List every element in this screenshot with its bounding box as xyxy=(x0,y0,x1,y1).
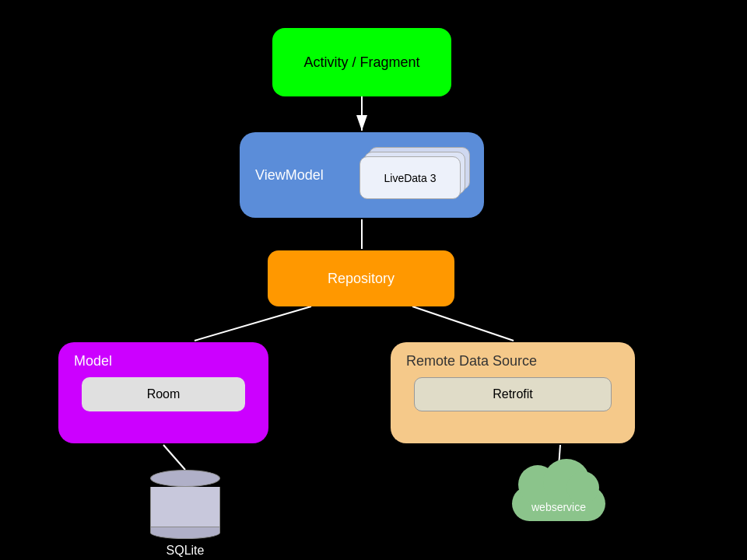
cloud-bump3 xyxy=(566,471,599,504)
remote-data-source-label: Remote Data Source xyxy=(406,353,619,369)
svg-line-2 xyxy=(195,306,311,341)
model-label: Model xyxy=(74,353,253,369)
diagram-container: Activity / Fragment ViewModel LiveData 3… xyxy=(0,0,747,560)
cylinder-body xyxy=(150,487,220,530)
webservice-cloud: webservice xyxy=(504,467,613,521)
retrofit-label: Retrofit xyxy=(493,387,533,401)
sqlite-cylinder: SQLite xyxy=(150,470,220,558)
room-card: Room xyxy=(82,377,245,411)
retrofit-card: Retrofit xyxy=(414,377,612,411)
room-label: Room xyxy=(147,387,181,401)
svg-line-4 xyxy=(163,445,185,470)
activity-fragment-box: Activity / Fragment xyxy=(272,28,451,96)
livedata-stack: LiveData 3 xyxy=(359,147,468,203)
cylinder-top xyxy=(150,470,220,487)
viewmodel-box: ViewModel LiveData 3 xyxy=(240,132,484,218)
cloud-shape: webservice xyxy=(504,467,613,521)
repository-label: Repository xyxy=(328,271,395,287)
webservice-label: webservice xyxy=(504,501,613,513)
livedata-label: LiveData 3 xyxy=(384,172,437,184)
svg-line-3 xyxy=(412,306,514,341)
cylinder-bottom xyxy=(150,527,220,539)
livedata-card-front: LiveData 3 xyxy=(359,156,461,199)
activity-fragment-label: Activity / Fragment xyxy=(303,54,419,71)
repository-box: Repository xyxy=(268,250,454,306)
sqlite-label: SQLite xyxy=(167,544,205,558)
remote-data-source-box: Remote Data Source Retrofit xyxy=(391,342,635,443)
model-box: Model Room xyxy=(58,342,268,443)
viewmodel-label: ViewModel xyxy=(255,167,324,184)
